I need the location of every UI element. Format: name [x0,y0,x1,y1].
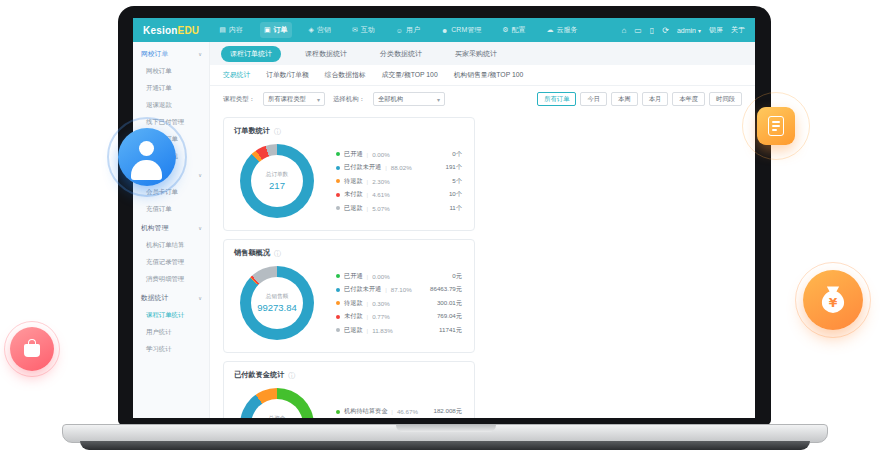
tab-course-order-stats[interactable]: 课程订单统计 [221,46,281,62]
donut-center-label: 总订单数 [266,171,288,179]
floating-moneybag-badge: ¥ [795,262,871,338]
nav-item-label: 内容 [229,25,243,35]
legend-row: 已退款5.07%11个 [336,204,462,213]
nav-item-label: 用户 [406,25,420,35]
nav-item-crm[interactable]: ☻CRM管理 [437,22,485,38]
legend-value: 11741元 [439,326,462,335]
order-count-donut: 总订单数217 [240,144,314,218]
desktop-icon[interactable]: ▭ [634,26,642,35]
this-week-button[interactable]: 本周 [611,92,638,106]
content-icon: ▤ [219,26,226,34]
this-month-button[interactable]: 本月 [642,92,669,106]
chevron-down-icon: ∨ [198,225,202,231]
legend-label: 待退款 [344,177,363,186]
floating-document-badge [742,92,810,160]
org-select[interactable]: 全部机构 [373,92,445,106]
legend-value: 10个 [449,190,462,199]
sidebar-item-course-order-stats[interactable]: 课程订单统计 [133,307,209,324]
legend-row: 待退款2.30%5个 [336,177,462,186]
gear-icon: ⚙ [502,26,508,34]
user-dropdown[interactable]: admin [677,27,701,34]
legend-label: 已付款未开通 [344,163,381,172]
subtab-transaction-stats[interactable]: 交易统计 [223,70,250,80]
nav-item-interaction[interactable]: ✉互动 [348,22,379,38]
legend-label: 已开通 [344,272,363,281]
sales-amount-card: 销售额概况ⓘ 总销售额99273.84 已开通0.00%0元 已付款未开通87.… [223,239,475,353]
nav-item-label: 订单 [274,25,288,35]
donut-center-label: 总销售额 [266,293,288,301]
subtab-org-sales-top100[interactable]: 机构销售量/额TOP 100 [454,70,524,80]
about-link[interactable]: 关于 [731,25,745,35]
legend-label: 机构待结算资金 [344,407,387,416]
legend: 机构待结算资金46.67%182.008元 推广佣金43.59%170元 平台佣… [336,407,462,418]
legend: 已开通0.00%0个 已付款未开通88.02%191个 待退款2.30%5个 未… [336,150,462,213]
legend-dot [336,288,340,292]
sidebar-item-consumption-details[interactable]: 消费明细管理 [133,271,209,288]
legend-value: 11个 [449,204,462,213]
sidebar-item-learning-stats[interactable]: 学习统计 [133,341,209,358]
info-icon[interactable]: ⓘ [274,128,281,135]
crm-icon: ☻ [441,27,448,34]
lock-screen-link[interactable]: 锁屏 [709,25,723,35]
subtab-composite-metrics[interactable]: 综合数据指标 [325,70,366,80]
nav-item-orders[interactable]: ▣订单 [260,22,292,38]
tab-strip: 课程订单统计 课程数据统计 分类数据统计 买家采购统计 [210,42,755,65]
legend-row: 已退款11.83%11741元 [336,326,462,335]
all-orders-button[interactable]: 所有订单 [537,92,576,106]
refresh-icon[interactable]: ⟳ [662,26,669,35]
logo-part-2: EDU [178,25,200,36]
legend-row: 未付款0.77%769.04元 [336,312,462,321]
legend-dot [336,152,340,156]
nav-item-cloud[interactable]: ☁云服务 [543,22,582,38]
divider [367,191,369,198]
sidebar-group-school-orders[interactable]: 网校订单∨ [133,44,209,63]
nav-item-content[interactable]: ▤内容 [215,22,247,38]
subtab-order-count-amount[interactable]: 订单数/订单额 [266,70,309,80]
laptop-base-shadow [80,441,810,450]
info-icon[interactable]: ⓘ [274,250,281,257]
marketing-icon: ◈ [309,26,314,34]
info-icon[interactable]: ⓘ [288,372,295,379]
legend-dot [336,328,340,332]
legend-value: 182.008元 [433,407,462,416]
nav-item-settings[interactable]: ⚙配置 [498,22,529,38]
nav-item-label: 配置 [512,25,526,35]
filter-bar: 课程类型： 所有课程类型 选择机构： 全部机构 所有订单 今日 本周 本月 本年… [210,86,755,112]
sidebar-item-recharge-orders[interactable]: 充值订单 [133,201,209,218]
subtab-volume-top100[interactable]: 成交量/额TOP 100 [382,70,438,80]
chart-cards: 订单数统计ⓘ 总订单数217 已开通0.00%0个 已付款未开通88.02%19… [210,112,755,418]
legend-row: 已付款未开通88.02%191个 [336,163,462,172]
tab-course-data-stats[interactable]: 课程数据统计 [296,46,356,62]
divider [367,327,369,334]
nav-item-label: 互动 [361,25,375,35]
tab-category-data-stats[interactable]: 分类数据统计 [371,46,431,62]
legend-row: 已开通0.00%0个 [336,150,462,159]
sidebar-item-user-stats[interactable]: 用户统计 [133,324,209,341]
sidebar-item-school-orders[interactable]: 网校订单 [133,63,209,80]
sidebar-item-recharge-records[interactable]: 充值记录管理 [133,254,209,271]
this-year-button[interactable]: 本年度 [672,92,705,106]
select-value: 全部机构 [378,95,403,104]
home-icon[interactable]: ⌂ [621,26,626,35]
nav-item-marketing[interactable]: ◈营销 [305,22,335,38]
document-icon [757,107,795,145]
org-select-label: 选择机构： [333,95,365,104]
filter-left: 课程类型： 所有课程类型 选择机构： 全部机构 [223,92,445,106]
course-type-select[interactable]: 所有课程类型 [263,92,325,106]
sidebar-item-refunds[interactable]: 退课退款 [133,97,209,114]
legend-pct: 5.07% [372,205,390,212]
page: KesionEDU ▤内容 ▣订单 ◈营销 ✉互动 ☺用户 ☻CRM管理 ⚙配置… [0,0,889,461]
time-period-button[interactable]: 时间段 [709,92,742,106]
sidebar-item-org-settlement[interactable]: 机构订单结算 [133,237,209,254]
today-button[interactable]: 今日 [580,92,607,106]
divider [367,313,369,320]
sidebar-group-data-stats[interactable]: 数据统计∨ [133,288,209,307]
sidebar-group-org-management[interactable]: 机构管理∨ [133,218,209,237]
tab-buyer-purchase-stats[interactable]: 买家采购统计 [446,46,506,62]
divider [385,286,387,293]
sidebar-item-open-orders[interactable]: 开通订单 [133,80,209,97]
floating-shopping-bag-badge [4,321,60,377]
mobile-icon[interactable]: ▯ [650,26,654,35]
divider [367,151,369,158]
nav-item-users[interactable]: ☺用户 [392,22,424,38]
